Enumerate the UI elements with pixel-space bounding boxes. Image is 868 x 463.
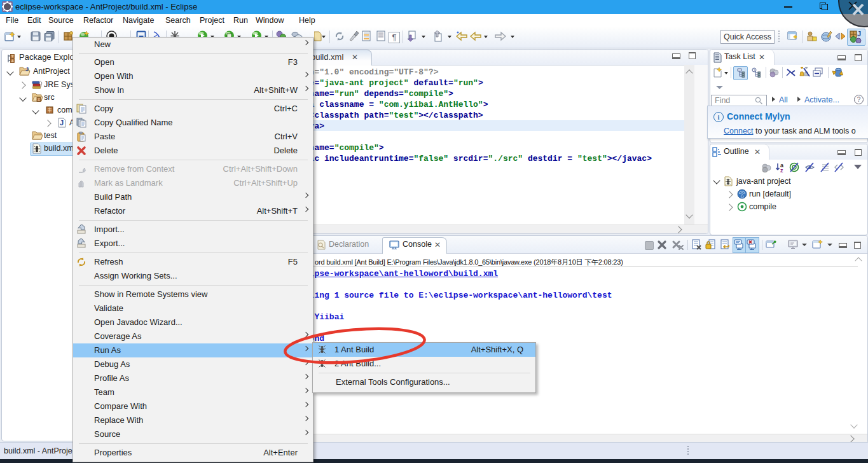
svg-text:J: J	[25, 66, 29, 73]
svg-text:J: J	[60, 119, 64, 127]
svg-text:z: z	[780, 167, 783, 173]
svg-text:J: J	[857, 31, 861, 38]
